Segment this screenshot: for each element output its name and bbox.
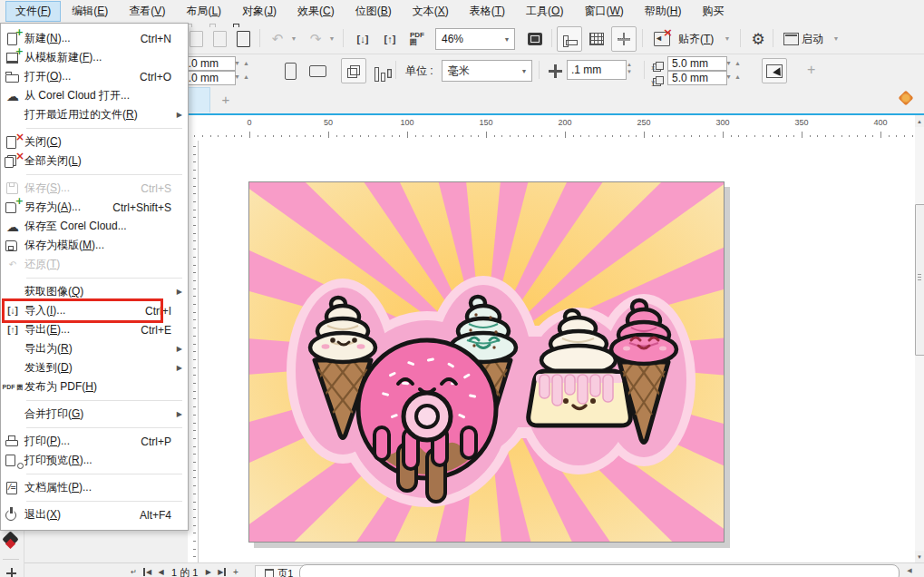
menu-item-save-as-template[interactable]: 保存为模版(M)... [1,236,188,255]
menu-item-merge-print[interactable]: 合并打印(G)▶ [1,405,188,424]
horizontal-scrollbar[interactable] [299,564,900,577]
show-grid-icon[interactable] [584,26,609,52]
horizontal-ruler[interactable]: 050100150200250300350400 [188,115,915,141]
menubar-item[interactable]: 帮助(H) [635,1,692,22]
view-navigator-icon[interactable] [896,89,916,107]
first-page-icon[interactable]: ◀ [141,565,154,577]
duplicate-y-field[interactable]: 5.0 mm [667,71,727,85]
scroll-left-icon[interactable]: ◀ [904,564,915,577]
menubar-item[interactable]: 购买 [692,1,734,22]
menubar-item[interactable]: 位图(B) [345,1,402,22]
page-width-spinner[interactable]: ▼▲ [234,60,252,66]
menu-item-save-to-cloud[interactable]: ☁保存至 Corel Cloud... [1,217,188,236]
menubar-item[interactable]: 查看(V) [119,1,175,22]
menu-item-label: 从模板新建(F)... [24,50,184,65]
show-guidelines-icon[interactable] [611,26,637,52]
undo-icon[interactable]: ↶ [265,26,290,52]
zoom-dropdown-icon[interactable]: ▼ [500,36,514,43]
scroll-up-icon[interactable]: ▲ [915,115,924,127]
nudge-offset-icon [542,58,568,83]
drawing-canvas[interactable] [188,141,915,562]
fill-tool-icon[interactable] [2,531,18,547]
menubar-item[interactable]: 对象(J) [232,1,287,22]
publish-pdf-icon[interactable]: PDF囲 [404,26,430,52]
options-gear-icon[interactable]: ⚙ [745,26,771,52]
treat-as-filled-icon[interactable] [762,58,787,83]
menu-item-revert: ↶还原(T) [1,255,188,274]
menu-item-open-recent[interactable]: 打开最近用过的文件(R)▶ [1,105,188,124]
import-icon[interactable]: [↓] [350,26,375,52]
table-tool-icon[interactable] [6,568,16,577]
menubar-item[interactable]: 文件(F) [5,1,61,22]
last-page-icon[interactable]: ▶ [215,565,229,577]
import-highlight-annotation [2,298,163,323]
menubar-item[interactable]: 工具(O) [516,1,573,22]
nudge-spinner[interactable]: ▲▼ [624,61,635,75]
page-tab[interactable]: 页1 [255,565,303,577]
launch-window-icon[interactable] [778,26,803,52]
plus-icon: + [807,62,815,78]
scroll-down-icon[interactable]: ▼ [915,551,924,562]
snap-dropdown-icon[interactable]: ▼ [722,26,733,50]
redo-icon[interactable]: ↷ [303,26,328,52]
menu-item-exit[interactable]: 退出(X)Alt+F4 [1,505,188,524]
menu-item-new-from-template[interactable]: 从模板新建(F)... [1,48,188,67]
snap-off-icon[interactable] [649,26,675,52]
next-page-icon[interactable]: ▶ [201,565,215,577]
page-indicator: 1 的 1 [171,566,198,577]
no-icon [1,341,24,357]
undo-dropdown-icon[interactable]: ▼ [288,26,299,50]
menubar-item[interactable]: 效果(C) [287,1,345,22]
duplicate-y-spinner[interactable]: ▼▲ [725,73,744,80]
page-height-spinner[interactable]: ▼▲ [234,73,252,80]
menu-item-publish-pdf[interactable]: PDF 囲发布为 PDF(H) [1,377,188,396]
menubar-item[interactable]: 窗口(W) [574,1,633,22]
redo-dropdown-icon[interactable]: ▼ [326,26,337,50]
previous-page-icon[interactable]: ◀ [154,565,168,577]
new-document-tab-button[interactable]: + [218,91,234,107]
all-pages-icon[interactable] [341,58,366,83]
duplicate-x-field[interactable]: 5.0 mm [667,56,727,71]
portrait-orientation-icon[interactable] [277,58,303,83]
menu-item-open-from-cloud[interactable]: ☁从 Corel Cloud 打开... [1,86,188,105]
menu-item-print-preview[interactable]: 打印预览(R)... [1,451,188,470]
menu-item-new[interactable]: 新建(N)...Ctrl+N [1,29,188,48]
launch-dropdown-icon[interactable]: ▼ [831,26,841,50]
menu-item-print[interactable]: 打印(P)...Ctrl+P [1,432,188,451]
vertical-ruler[interactable] [188,141,199,562]
menubar-item[interactable]: 文本(X) [403,1,459,22]
show-rulers-icon[interactable] [557,26,582,52]
full-screen-preview-icon[interactable] [522,26,548,52]
export-icon[interactable]: [↑] [377,26,403,52]
menubar-item[interactable]: 编辑(E) [62,1,118,22]
menu-item-document-properties[interactable]: 文档属性(P)... [1,478,188,497]
page-artwork[interactable] [248,181,725,543]
paste-special-icon[interactable] [230,26,256,52]
menu-item-close[interactable]: 关闭(C) [1,132,188,152]
launch-label[interactable]: 启动 [802,32,823,47]
menubar-item[interactable]: 布局(L) [176,1,231,22]
nudge-offset-field[interactable]: .1 mm [567,60,627,80]
units-combo[interactable]: 毫米 ▼ [442,60,532,82]
menu-item-export[interactable]: [↑]导出(E)...Ctrl+E [1,320,188,339]
menubar-item[interactable]: 表格(T) [460,1,515,22]
landscape-orientation-icon[interactable] [305,58,330,83]
units-dropdown-icon[interactable]: ▼ [517,68,531,74]
add-page-icon[interactable]: + [229,565,242,577]
current-page-icon[interactable] [366,58,392,83]
menu-item-send-to[interactable]: 发送到(D)▶ [1,358,188,377]
menu-item-export-for[interactable]: 导出为(R)▶ [1,339,188,358]
menu-item-save-as[interactable]: 另存为(A)...Ctrl+Shift+S [1,198,188,217]
goto-page-icon[interactable]: ↵ [127,565,141,577]
duplicate-x-spinner[interactable]: ▼▲ [725,60,744,66]
save-as-template-icon [1,238,24,254]
menu-item-open[interactable]: 打开(O)...Ctrl+O [1,67,188,86]
menu-item-label: 打印(P)... [24,434,141,449]
snap-to-label[interactable]: 贴齐(T) [678,32,714,47]
menu-item-import[interactable]: [↓]导入(I)...Ctrl+I [1,301,188,320]
zoom-level-combo[interactable]: 46% ▼ [435,28,515,50]
vertical-scrollbar[interactable]: ▲ ▼ [915,115,924,562]
copy-icon[interactable] [207,26,232,52]
menu-item-close-all[interactable]: 全部关闭(L) [1,152,188,171]
vertical-scrollbar-thumb[interactable] [915,204,924,356]
